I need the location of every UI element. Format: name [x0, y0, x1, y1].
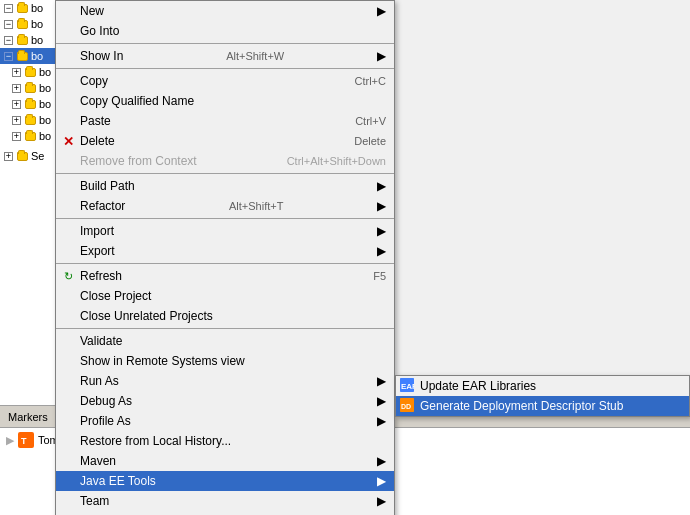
separator-1	[56, 43, 394, 44]
menu-label-paste: Paste	[80, 114, 111, 128]
tree-label-3: bo	[31, 34, 43, 46]
menu-label-restore: Restore from Local History...	[80, 434, 231, 448]
expand-icon-1[interactable]: −	[4, 4, 13, 13]
expand-icon-10[interactable]: +	[4, 152, 13, 161]
menu-label-delete: Delete	[80, 134, 115, 148]
menu-arrow-show-in: ▶	[367, 49, 386, 63]
menu-label-copy-qualified: Copy Qualified Name	[80, 94, 194, 108]
menu-arrow-maven: ▶	[367, 454, 386, 468]
tree-label-7: bo	[39, 98, 51, 110]
menu-item-export[interactable]: Export ▶	[56, 241, 394, 261]
menu-label-go-into: Go Into	[80, 24, 119, 38]
tree-label-9: bo	[39, 130, 51, 142]
tree-label-1: bo	[31, 2, 43, 14]
folder-icon-6	[23, 81, 37, 95]
menu-item-compare-with[interactable]: Compare With ▶	[56, 511, 394, 515]
menu-label-remove-context: Remove from Context	[80, 154, 197, 168]
menu-label-close-unrelated: Close Unrelated Projects	[80, 309, 213, 323]
submenu-item-update-ear[interactable]: EAR Update EAR Libraries	[396, 376, 689, 396]
menu-item-remove-context[interactable]: Remove from Context Ctrl+Alt+Shift+Down	[56, 151, 394, 171]
menu-item-copy-qualified[interactable]: Copy Qualified Name	[56, 91, 394, 111]
folder-icon-1	[15, 1, 29, 15]
menu-item-maven[interactable]: Maven ▶	[56, 451, 394, 471]
menu-item-refactor[interactable]: Refactor Alt+Shift+T ▶	[56, 196, 394, 216]
shortcut-delete: Delete	[334, 135, 386, 147]
tree-label-4: bo	[31, 50, 43, 62]
menu-item-debug-as[interactable]: Debug As ▶	[56, 391, 394, 411]
expand-icon-2[interactable]: −	[4, 20, 13, 29]
menu-label-maven: Maven	[80, 454, 116, 468]
menu-arrow-java-ee-tools: ▶	[367, 474, 386, 488]
folder-icon-5	[23, 65, 37, 79]
shortcut-refresh: F5	[353, 270, 386, 282]
delete-icon: ✕	[60, 133, 76, 149]
menu-label-profile-as: Profile As	[80, 414, 131, 428]
menu-item-import[interactable]: Import ▶	[56, 221, 394, 241]
folder-icon-3	[15, 33, 29, 47]
menu-item-build-path[interactable]: Build Path ▶	[56, 176, 394, 196]
svg-text:T: T	[21, 436, 27, 446]
shortcut-refactor: Alt+Shift+T	[209, 200, 283, 212]
expand-icon-4[interactable]: −	[4, 52, 13, 61]
java-ee-tools-submenu: EAR Update EAR Libraries DD Generate Dep…	[395, 375, 690, 417]
submenu-item-generate-stub[interactable]: DD Generate Deployment Descriptor Stub	[396, 396, 689, 416]
refresh-icon: ↻	[60, 268, 76, 284]
menu-item-copy[interactable]: Copy Ctrl+C	[56, 71, 394, 91]
menu-item-close-unrelated[interactable]: Close Unrelated Projects	[56, 306, 394, 326]
menu-arrow-team: ▶	[367, 494, 386, 508]
folder-icon-9	[23, 129, 37, 143]
menu-label-export: Export	[80, 244, 115, 258]
menu-arrow-refactor: ▶	[367, 199, 386, 213]
tab-markers[interactable]: Markers	[0, 406, 57, 427]
shortcut-copy: Ctrl+C	[335, 75, 386, 87]
menu-item-validate[interactable]: Validate	[56, 331, 394, 351]
menu-arrow-debug-as: ▶	[367, 394, 386, 408]
menu-item-close-project[interactable]: Close Project	[56, 286, 394, 306]
separator-6	[56, 328, 394, 329]
menu-item-java-ee-tools[interactable]: Java EE Tools ▶	[56, 471, 394, 491]
menu-arrow-profile-as: ▶	[367, 414, 386, 428]
menu-item-paste[interactable]: Paste Ctrl+V	[56, 111, 394, 131]
menu-item-profile-as[interactable]: Profile As ▶	[56, 411, 394, 431]
expand-icon-5[interactable]: +	[12, 68, 21, 77]
context-menu: New ▶ Go Into Show In Alt+Shift+W ▶ Copy…	[55, 0, 395, 515]
submenu-label-generate-stub: Generate Deployment Descriptor Stub	[420, 399, 623, 413]
menu-item-restore[interactable]: Restore from Local History...	[56, 431, 394, 451]
menu-arrow-new: ▶	[367, 4, 386, 18]
menu-label-close-project: Close Project	[80, 289, 151, 303]
menu-item-run-as[interactable]: Run As ▶	[56, 371, 394, 391]
expand-icon-8[interactable]: +	[12, 116, 21, 125]
separator-5	[56, 263, 394, 264]
separator-4	[56, 218, 394, 219]
expand-icon-3[interactable]: −	[4, 36, 13, 45]
menu-arrow-export: ▶	[367, 244, 386, 258]
menu-item-show-remote[interactable]: Show in Remote Systems view	[56, 351, 394, 371]
menu-label-show-in: Show In	[80, 49, 123, 63]
svg-text:DD: DD	[401, 403, 411, 410]
folder-icon-2	[15, 17, 29, 31]
menu-arrow-run-as: ▶	[367, 374, 386, 388]
expand-icon-9[interactable]: +	[12, 132, 21, 141]
separator-3	[56, 173, 394, 174]
expand-icon-7[interactable]: +	[12, 100, 21, 109]
menu-label-team: Team	[80, 494, 109, 508]
menu-item-team[interactable]: Team ▶	[56, 491, 394, 511]
menu-item-new[interactable]: New ▶	[56, 1, 394, 21]
shortcut-paste: Ctrl+V	[335, 115, 386, 127]
menu-item-refresh[interactable]: ↻ Refresh F5	[56, 266, 394, 286]
menu-label-refresh: Refresh	[80, 269, 122, 283]
menu-item-delete[interactable]: ✕ Delete Delete	[56, 131, 394, 151]
menu-item-show-in[interactable]: Show In Alt+Shift+W ▶	[56, 46, 394, 66]
menu-label-new: New	[80, 4, 104, 18]
menu-label-copy: Copy	[80, 74, 108, 88]
expand-icon-6[interactable]: +	[12, 84, 21, 93]
menu-label-debug-as: Debug As	[80, 394, 132, 408]
server-arrow: ▶	[6, 434, 14, 447]
folder-icon-8	[23, 113, 37, 127]
menu-item-go-into[interactable]: Go Into	[56, 21, 394, 41]
submenu-label-update-ear: Update EAR Libraries	[420, 379, 536, 393]
menu-label-run-as: Run As	[80, 374, 119, 388]
menu-arrow-import: ▶	[367, 224, 386, 238]
folder-icon-4	[15, 49, 29, 63]
menu-label-build-path: Build Path	[80, 179, 135, 193]
